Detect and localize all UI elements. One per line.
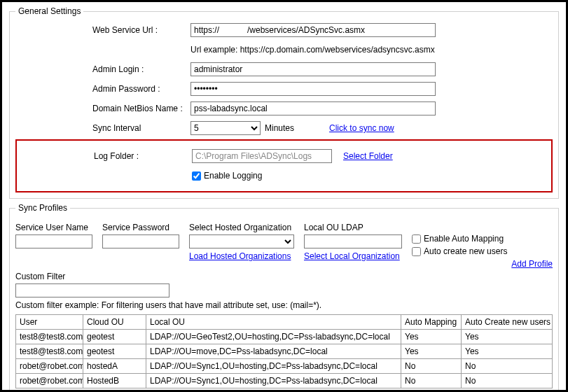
general-settings-legend: General Settings <box>15 6 83 16</box>
select-folder-link[interactable]: Select Folder <box>343 151 393 161</box>
table-row[interactable]: robet@robet.comhostedALDAP://OU=Sync1,OU… <box>16 359 553 374</box>
cell-local-ou: LDAP://OU=Sync1,OU=hosting,DC=Pss-labads… <box>146 374 401 388</box>
col-local-ou[interactable]: Local OU <box>146 315 401 330</box>
cell-auto-mapping: No <box>401 374 462 388</box>
select-local-org-link[interactable]: Select Local Organization <box>304 251 402 261</box>
admin-password-label: Admin Password : <box>92 84 191 94</box>
hosted-org-select[interactable] <box>189 234 294 248</box>
cell-auto-create: No <box>462 374 553 388</box>
domain-netbios-input[interactable] <box>191 102 436 115</box>
col-cloud-ou[interactable]: Cloud OU <box>83 315 146 330</box>
local-ou-ldap-label: Local OU LDAP <box>304 223 402 232</box>
cell-auto-mapping: Yes <box>401 344 462 359</box>
domain-netbios-label: Domain NetBios Name : <box>92 104 191 113</box>
log-folder-input[interactable] <box>192 149 332 163</box>
enable-logging-checkbox[interactable] <box>192 172 201 181</box>
table-row[interactable]: test8@test8.comgeotestLDAP://OU=GeoTest2… <box>16 330 553 344</box>
col-auto-mapping[interactable]: Auto Mapping <box>401 315 462 330</box>
cell-local-ou: LDAP://OU=Sync1,OU=hosting,DC=Pss-labads… <box>146 359 401 374</box>
sync-profiles-legend: Sync Profiles <box>15 203 70 213</box>
cell-auto-create: Yes <box>462 344 553 359</box>
enable-logging-label: Enable Logging <box>204 171 262 181</box>
add-profile-link[interactable]: Add Profile <box>511 259 553 269</box>
cell-user: test8@test8.com <box>16 344 83 359</box>
url-example-text: Url example: https://cp.domain.com/webse… <box>191 45 435 55</box>
cell-cloud-ou: hostedA <box>83 359 146 374</box>
web-service-url-label: Web Service Url : <box>92 25 191 35</box>
service-password-input[interactable] <box>102 234 179 248</box>
cell-user: robet@robet.com <box>16 374 83 388</box>
enable-auto-mapping-label: Enable Auto Mapping <box>424 234 504 244</box>
log-folder-highlight: Log Folder : Select Folder Enable Loggin… <box>15 139 553 192</box>
general-settings-group: General Settings Web Service Url : Url e… <box>9 6 559 199</box>
enable-auto-mapping-checkbox[interactable] <box>412 234 421 244</box>
web-service-url-input[interactable] <box>191 23 436 37</box>
admin-login-input[interactable] <box>191 62 436 76</box>
admin-login-label: Admin Login : <box>92 64 191 74</box>
cell-cloud-ou: geotest <box>83 344 146 359</box>
log-folder-label: Log Folder : <box>94 151 192 161</box>
cell-user: robet@robet.com <box>16 359 83 374</box>
sync-interval-label: Sync Interval <box>92 123 191 133</box>
custom-filter-label: Custom Filter <box>15 272 169 281</box>
col-user[interactable]: User <box>16 315 83 330</box>
local-ou-ldap-input[interactable] <box>304 234 402 248</box>
cell-auto-create: Yes <box>462 330 553 344</box>
service-user-label: Service User Name <box>15 223 92 232</box>
cell-local-ou: LDAP://OU=move,DC=Pss-labadsync,DC=local <box>146 344 401 359</box>
cell-cloud-ou: HostedB <box>83 374 146 388</box>
cell-user: test8@test8.com <box>16 330 83 344</box>
cell-auto-mapping: Yes <box>401 330 462 344</box>
auto-create-users-checkbox[interactable] <box>412 247 421 256</box>
cell-auto-mapping: No <box>401 359 462 374</box>
table-row[interactable]: robet@robet.comHostedBLDAP://OU=Sync1,OU… <box>16 374 553 388</box>
cell-auto-create: No <box>462 359 553 374</box>
sync-now-link[interactable]: Click to sync now <box>329 123 394 133</box>
cell-local-ou: LDAP://OU=GeoTest2,OU=hosting,DC=Pss-lab… <box>146 330 401 344</box>
minutes-label: Minutes <box>265 123 294 133</box>
custom-filter-input[interactable] <box>15 284 169 298</box>
service-password-label: Service Password <box>102 223 179 232</box>
table-row[interactable]: test8@test8.comgeotestLDAP://OU=move,DC=… <box>16 344 553 359</box>
profiles-table: User Cloud OU Local OU Auto Mapping Auto… <box>15 314 553 388</box>
sync-profiles-group: Sync Profiles Service User Name Service … <box>9 203 559 392</box>
col-auto-create[interactable]: Auto Create new users <box>462 315 553 330</box>
auto-create-users-label: Auto create new users <box>424 246 507 256</box>
select-hosted-org-label: Select Hosted Organization <box>189 223 294 232</box>
admin-password-input[interactable] <box>191 82 436 96</box>
custom-filter-example: Custom filter example: For filtering use… <box>15 300 553 310</box>
service-user-input[interactable] <box>15 234 92 248</box>
load-hosted-orgs-link[interactable]: Load Hosted Organizations <box>189 251 294 261</box>
cell-cloud-ou: geotest <box>83 330 146 344</box>
sync-interval-select[interactable]: 5 <box>191 121 261 135</box>
